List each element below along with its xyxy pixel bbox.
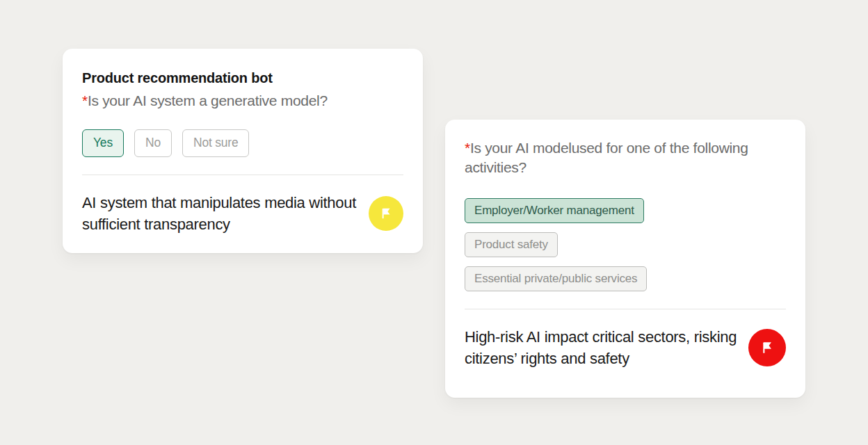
divider (82, 175, 403, 175)
answer-options-column: Employer/Worker management Product safet… (465, 198, 786, 291)
result-text: AI system that manipulates media without… (82, 192, 360, 235)
option-yes[interactable]: Yes (82, 129, 124, 157)
card-title: Product recommendation bot (82, 70, 403, 86)
option-essential-services[interactable]: Essential private/public services (465, 266, 647, 291)
question-card-activities: *Is your AI modelused for one of the fol… (445, 120, 805, 398)
flag-badge-red (748, 329, 786, 366)
flag-badge-yellow (369, 196, 403, 231)
option-not-sure[interactable]: Not sure (182, 129, 250, 157)
result-text: High-risk AI impact critical sectors, ri… (465, 326, 743, 369)
question-activities: *Is your AI modelused for one of the fol… (465, 138, 786, 177)
divider (465, 309, 786, 309)
result-row: AI system that manipulates media without… (82, 192, 403, 235)
question-text: Is your AI modelused for one of the foll… (465, 140, 748, 175)
answer-options-row: Yes No Not sure (82, 129, 403, 157)
required-asterisk: * (465, 140, 470, 156)
option-employer-worker-management[interactable]: Employer/Worker management (465, 198, 644, 223)
question-text: Is your AI system a generative model? (88, 92, 328, 108)
question-card-product-bot: Product recommendation bot *Is your AI s… (63, 49, 423, 253)
question-generative-model: *Is your AI system a generative model? (82, 91, 403, 111)
page-background: Product recommendation bot *Is your AI s… (0, 0, 868, 445)
option-product-safety[interactable]: Product safety (465, 232, 558, 257)
flag-icon (377, 204, 395, 222)
option-no[interactable]: No (134, 129, 172, 157)
required-asterisk: * (82, 92, 88, 108)
flag-icon (757, 338, 777, 357)
result-row: High-risk AI impact critical sectors, ri… (465, 326, 786, 369)
